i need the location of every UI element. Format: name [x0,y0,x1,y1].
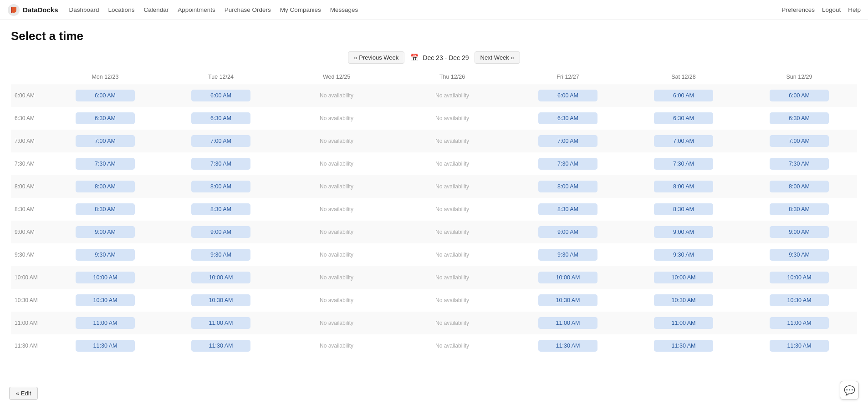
nav-link-dashboard[interactable]: Dashboard [69,6,99,13]
nav-links: DashboardLocationsCalendarAppointmentsPu… [69,6,358,13]
time-slot-button[interactable]: 8:30 AM [538,203,597,215]
time-slot-button[interactable]: 10:00 AM [654,272,713,283]
time-slot-button[interactable]: 8:30 AM [654,203,713,215]
time-slot-button[interactable]: 6:30 AM [654,112,713,124]
time-slot-button[interactable]: 6:00 AM [76,90,135,101]
time-cell-row9-col6: 10:30 AM [741,289,857,312]
time-slot-button[interactable]: 7:00 AM [538,135,597,147]
time-slot-button[interactable]: 8:30 AM [76,203,135,215]
time-slot-button[interactable]: 10:30 AM [191,294,250,306]
time-slot-button[interactable]: 6:00 AM [538,90,597,101]
time-slot-button[interactable]: 11:00 AM [538,317,597,329]
time-slot-button[interactable]: 9:30 AM [76,249,135,261]
time-slot-button[interactable]: 6:30 AM [770,112,829,124]
time-slot-button[interactable]: 9:00 AM [76,226,135,238]
time-slot-button[interactable]: 10:30 AM [76,294,135,306]
time-slot-button[interactable]: 8:30 AM [191,203,250,215]
time-slot-button[interactable]: 10:00 AM [538,272,597,283]
no-availability-label: No availability [398,274,506,281]
time-slot-button[interactable]: 6:00 AM [770,90,829,101]
time-slot-button[interactable]: 11:00 AM [770,317,829,329]
time-cell-row0-col3: No availability [394,84,510,107]
time-cell-row10-col4: 11:00 AM [510,312,626,334]
no-availability-label: No availability [282,138,391,144]
nav-link-locations[interactable]: Locations [108,6,135,13]
time-slot-button[interactable]: 7:30 AM [76,158,135,170]
no-availability-label: No availability [398,161,506,167]
time-slot-button[interactable]: 10:30 AM [538,294,597,306]
time-slot-button[interactable]: 6:30 AM [76,112,135,124]
time-slot-button[interactable]: 11:30 AM [654,340,713,352]
nav-right-logout[interactable]: Logout [822,6,841,13]
nav-link-messages[interactable]: Messages [330,6,358,13]
time-slot-button[interactable]: 9:30 AM [538,249,597,261]
nav-link-my-companies[interactable]: My Companies [280,6,321,13]
time-cell-row5-col3: No availability [394,198,510,221]
nav-link-calendar[interactable]: Calendar [143,6,168,13]
time-slot-button[interactable]: 8:30 AM [770,203,829,215]
time-slot-button[interactable]: 9:00 AM [654,226,713,238]
nav-right-preferences[interactable]: Preferences [781,6,815,13]
time-slot-button[interactable]: 10:30 AM [770,294,829,306]
nav-link-appointments[interactable]: Appointments [178,6,215,13]
time-cell-row6-col6: 9:00 AM [741,221,857,243]
no-availability-label: No availability [282,161,391,167]
time-slot-button[interactable]: 11:30 AM [191,340,250,352]
time-cell-row8-col6: 10:00 AM [741,266,857,289]
time-slot-button[interactable]: 7:00 AM [76,135,135,147]
time-slot-button[interactable]: 9:30 AM [191,249,250,261]
time-cell-row11-col3: No availability [394,334,510,357]
time-cell-row11-col5: 11:30 AM [626,334,741,357]
time-slot-button[interactable]: 7:30 AM [770,158,829,170]
time-slot-button[interactable]: 10:30 AM [654,294,713,306]
svg-rect-1 [11,7,12,13]
time-cell-row0-col6: 6:00 AM [741,84,857,107]
time-slot-button[interactable]: 7:30 AM [191,158,250,170]
nav-link-purchase-orders[interactable]: Purchase Orders [225,6,271,13]
time-slot-button[interactable]: 11:00 AM [654,317,713,329]
time-slot-button[interactable]: 8:00 AM [770,181,829,192]
time-slot-button[interactable]: 9:00 AM [770,226,829,238]
time-slot-button[interactable]: 9:00 AM [191,226,250,238]
time-cell-row1-col1: 6:30 AM [163,107,279,130]
time-slot-button[interactable]: 8:00 AM [191,181,250,192]
no-availability-label: No availability [282,92,391,99]
time-cell-row7-col6: 9:30 AM [741,243,857,266]
time-slot-button[interactable]: 10:00 AM [770,272,829,283]
time-slot-button[interactable]: 11:30 AM [76,340,135,352]
time-slot-button[interactable]: 7:00 AM [770,135,829,147]
time-cell-row7-col4: 9:30 AM [510,243,626,266]
time-cell-row1-col5: 6:30 AM [626,107,741,130]
time-slot-button[interactable]: 9:30 AM [654,249,713,261]
time-cell-row4-col5: 8:00 AM [626,175,741,198]
time-slot-button[interactable]: 8:00 AM [538,181,597,192]
time-slot-button[interactable]: 11:30 AM [538,340,597,352]
time-slot-button[interactable]: 7:00 AM [654,135,713,147]
nav-right-help[interactable]: Help [848,6,861,13]
page-title: Select a time [11,29,857,43]
prev-week-button[interactable]: « Previous Week [348,51,404,64]
time-slot-button[interactable]: 7:30 AM [538,158,597,170]
time-slot-button[interactable]: 11:30 AM [770,340,829,352]
time-cell-row3-col2: No availability [279,152,394,175]
time-cell-row6-col2: No availability [279,221,394,243]
time-slot-button[interactable]: 6:00 AM [191,90,250,101]
time-cell-row5-col1: 8:30 AM [163,198,279,221]
time-slot-button[interactable]: 8:00 AM [654,181,713,192]
time-slot-button[interactable]: 7:00 AM [191,135,250,147]
time-cell-row10-col3: No availability [394,312,510,334]
time-slot-button[interactable]: 8:00 AM [76,181,135,192]
next-week-button[interactable]: Next Week » [475,51,520,64]
time-slot-button[interactable]: 6:30 AM [191,112,250,124]
time-label-1: 6:30 AM [11,107,47,130]
time-slot-button[interactable]: 9:30 AM [770,249,829,261]
time-slot-button[interactable]: 6:30 AM [538,112,597,124]
time-slot-button[interactable]: 10:00 AM [76,272,135,283]
time-label-2: 7:00 AM [11,130,47,152]
time-slot-button[interactable]: 7:30 AM [654,158,713,170]
time-slot-button[interactable]: 6:00 AM [654,90,713,101]
time-slot-button[interactable]: 11:00 AM [76,317,135,329]
time-slot-button[interactable]: 10:00 AM [191,272,250,283]
time-slot-button[interactable]: 9:00 AM [538,226,597,238]
time-slot-button[interactable]: 11:00 AM [191,317,250,329]
